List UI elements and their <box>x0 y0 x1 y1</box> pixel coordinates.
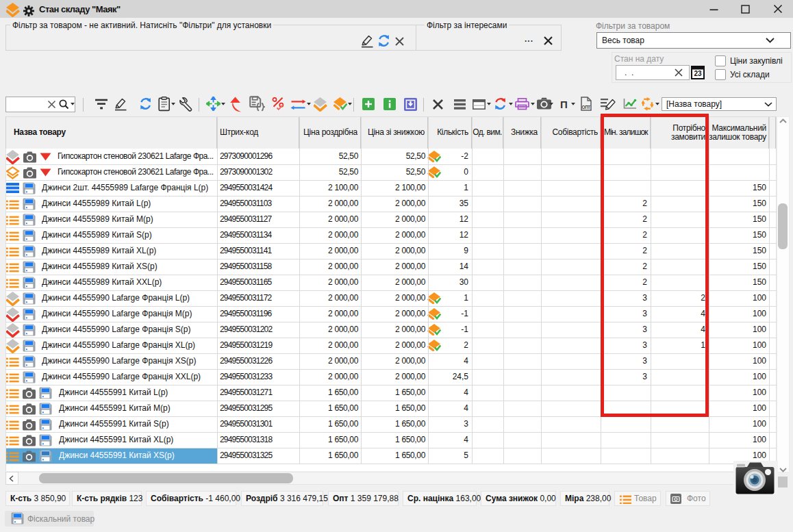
svg-text:ОПТ: ОПТ <box>582 105 591 110</box>
svg-text:23: 23 <box>694 70 702 77</box>
